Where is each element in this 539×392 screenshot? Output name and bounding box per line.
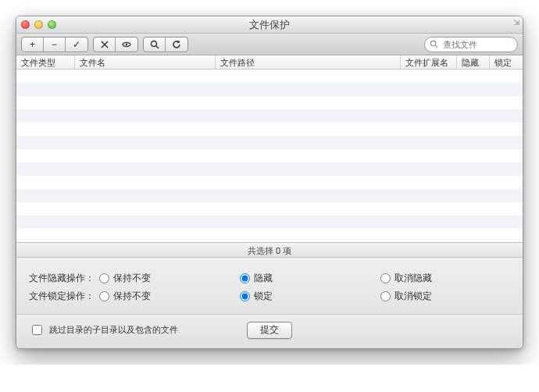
- hide-keep-radio[interactable]: [99, 273, 109, 283]
- minimize-window-button[interactable]: [34, 20, 43, 29]
- toolbar: + − ✓: [16, 34, 523, 55]
- magnifier-icon: [150, 40, 159, 49]
- svg-point-2: [430, 41, 435, 45]
- lock-undo-option[interactable]: 取消锁定: [380, 290, 510, 303]
- x-icon: [100, 40, 109, 49]
- search-icon: [430, 40, 438, 48]
- table-row: [16, 216, 523, 229]
- footer: 跳过目录的子目录以及包含的文件 提交: [16, 315, 523, 348]
- refresh-button[interactable]: [166, 37, 187, 52]
- table-row: [16, 136, 523, 149]
- reveal-button[interactable]: [116, 37, 137, 52]
- refresh-icon: [172, 40, 181, 49]
- column-hidden[interactable]: 隐藏: [457, 55, 490, 69]
- svg-point-0: [126, 43, 128, 45]
- table-row: [16, 189, 523, 202]
- selection-status: 共选择 0 项: [16, 242, 523, 258]
- column-type[interactable]: 文件类型: [16, 55, 75, 69]
- remove-button[interactable]: −: [44, 37, 66, 52]
- hide-keep-option[interactable]: 保持不变: [99, 272, 240, 285]
- eye-icon: [122, 40, 131, 49]
- search-field[interactable]: [424, 37, 518, 52]
- lock-do-radio[interactable]: [240, 291, 250, 301]
- table-row: [16, 83, 523, 96]
- table-row: [16, 109, 523, 123]
- column-name[interactable]: 文件名: [75, 55, 216, 69]
- column-locked[interactable]: 锁定: [490, 55, 523, 69]
- fullscreen-icon[interactable]: ⇲: [513, 18, 519, 27]
- add-button[interactable]: +: [22, 37, 44, 52]
- table-row: [16, 96, 523, 109]
- toolbar-group-actions: [93, 37, 138, 52]
- minus-icon: −: [52, 39, 57, 50]
- lock-undo-radio[interactable]: [380, 291, 391, 301]
- titlebar: 文件保护 ⇲: [16, 16, 523, 34]
- table-row: [16, 202, 523, 216]
- zoom-window-button[interactable]: [48, 20, 56, 29]
- file-list[interactable]: [16, 69, 523, 242]
- lock-operation-label: 文件锁定操作：: [29, 290, 99, 303]
- delete-button[interactable]: [94, 37, 116, 52]
- skip-subdirs-option[interactable]: 跳过目录的子目录以及包含的文件: [29, 323, 178, 337]
- table-row: [16, 69, 523, 83]
- submit-button[interactable]: 提交: [247, 322, 292, 339]
- find-button[interactable]: [144, 37, 166, 52]
- toolbar-group-find: [143, 37, 188, 52]
- table-row: [16, 149, 523, 162]
- toolbar-group-add-remove: + − ✓: [21, 37, 88, 52]
- hide-undo-option[interactable]: 取消隐藏: [380, 272, 510, 285]
- confirm-button[interactable]: ✓: [66, 37, 87, 52]
- hide-do-radio[interactable]: [240, 273, 250, 283]
- table-row: [16, 162, 523, 176]
- options-panel: 文件隐藏操作： 保持不变 隐藏 取消隐藏 文件锁定操作： 保持不变 锁定: [16, 258, 523, 315]
- traffic-lights: [21, 20, 56, 29]
- app-window: 文件保护 ⇲ + − ✓: [16, 16, 523, 349]
- hide-do-option[interactable]: 隐藏: [240, 272, 380, 285]
- lock-operation-row: 文件锁定操作： 保持不变 锁定 取消锁定: [29, 290, 510, 303]
- table-row: [16, 123, 523, 136]
- lock-keep-option[interactable]: 保持不变: [99, 290, 240, 303]
- close-window-button[interactable]: [21, 20, 30, 29]
- lock-do-option[interactable]: 锁定: [240, 290, 380, 303]
- lock-keep-radio[interactable]: [99, 291, 109, 301]
- plus-icon: +: [30, 39, 35, 50]
- svg-point-1: [151, 41, 156, 46]
- search-input[interactable]: [441, 39, 512, 50]
- check-icon: ✓: [73, 39, 80, 50]
- hide-operation-label: 文件隐藏操作：: [29, 272, 99, 285]
- table-row: [16, 229, 523, 242]
- table-row: [16, 176, 523, 189]
- skip-subdirs-checkbox[interactable]: [32, 325, 42, 335]
- column-path[interactable]: 文件路径: [216, 55, 401, 69]
- window-title: 文件保护: [16, 18, 523, 32]
- column-ext[interactable]: 文件扩展名: [401, 55, 457, 69]
- hide-operation-row: 文件隐藏操作： 保持不变 隐藏 取消隐藏: [29, 272, 510, 285]
- table-header: 文件类型 文件名 文件路径 文件扩展名 隐藏 锁定: [16, 55, 523, 69]
- hide-undo-radio[interactable]: [380, 273, 391, 283]
